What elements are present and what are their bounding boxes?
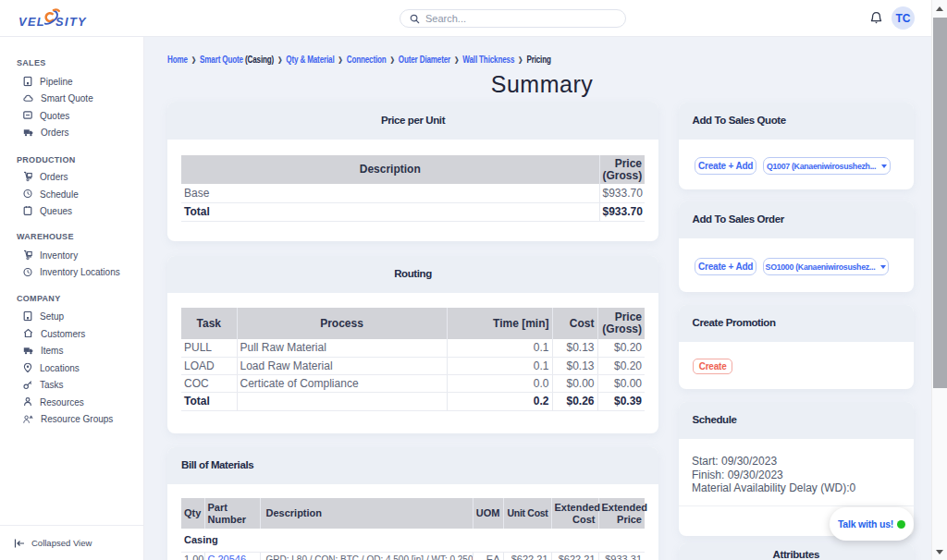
svg-text:SITY: SITY [55, 15, 87, 29]
svg-text:VEL: VEL [18, 15, 45, 29]
